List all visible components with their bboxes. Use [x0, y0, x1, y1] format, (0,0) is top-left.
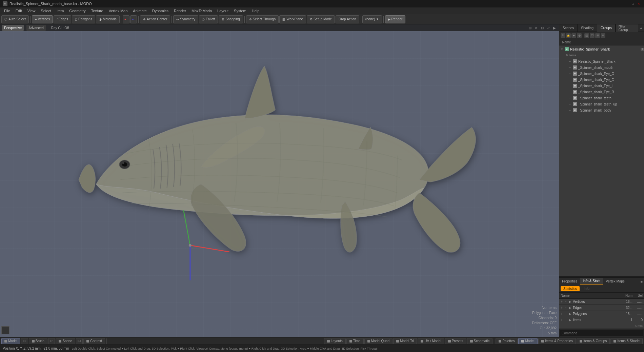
- lock-icon[interactable]: 🔒: [566, 33, 571, 38]
- menu-dynamics[interactable]: Dynamics: [149, 7, 171, 14]
- filter-icon[interactable]: ⊟: [595, 33, 600, 38]
- tab-vertex-maps[interactable]: Vertex Maps: [603, 278, 627, 285]
- more-options-icon[interactable]: ≡: [639, 279, 644, 283]
- vp-fit-icon[interactable]: ⊡: [540, 25, 545, 31]
- viewport[interactable]: Perspective Advanced Ray GL: Off ⊞ ↺ ⊡ ⤢…: [0, 24, 559, 337]
- tree-item-eye-c[interactable]: ─ M _Spinner_shark_Eye_C: [559, 77, 644, 83]
- stat-expand-vertices[interactable]: ▶: [569, 300, 573, 304]
- items-properties-button[interactable]: Items & Properties: [538, 338, 576, 344]
- render-vis-icon[interactable]: ▶: [571, 33, 576, 38]
- uv-model-button[interactable]: UV / Model: [418, 338, 444, 344]
- stat-sub-items[interactable]: −: [565, 318, 569, 322]
- select-icon[interactable]: ☐: [590, 33, 595, 38]
- menu-view[interactable]: View: [25, 7, 38, 14]
- scene-button[interactable]: Scene: [56, 338, 75, 344]
- presets-button[interactable]: Presets: [445, 338, 466, 344]
- stat-sub-edges[interactable]: −: [565, 306, 569, 310]
- menu-item[interactable]: Item: [54, 7, 66, 14]
- tree-item-eye-l[interactable]: ─ M _Spinner_shark_Eye_L: [559, 83, 644, 89]
- stat-add-items[interactable]: +: [561, 318, 565, 322]
- snapping-button[interactable]: ⊞ Snapping: [219, 15, 243, 23]
- mode-model-button[interactable]: Model: [1, 338, 20, 344]
- settings-icon[interactable]: ≡: [601, 33, 605, 38]
- f4-button[interactable]: F4: [76, 338, 83, 344]
- action-center-button[interactable]: ⊕ Action Center: [140, 15, 170, 23]
- drop-action-button[interactable]: Drop Action: [336, 15, 359, 23]
- palettes-button[interactable]: Palettes: [496, 338, 518, 344]
- stat-expand-polygons[interactable]: ▶: [569, 312, 573, 316]
- vertices-button[interactable]: ● Vertices: [32, 15, 53, 23]
- layouts-button[interactable]: Layouts: [324, 338, 346, 344]
- tree-item-mouth[interactable]: ─ M _Spinner_shark_mouth: [559, 64, 644, 71]
- menu-file[interactable]: File: [1, 7, 13, 14]
- falloff-button[interactable]: ◌ Falloff: [199, 15, 218, 23]
- stat-sub-polygons[interactable]: −: [565, 312, 569, 316]
- brush-button[interactable]: Brush: [29, 338, 47, 344]
- vp-more-icon[interactable]: ▶: [552, 25, 557, 31]
- stat-expand-items[interactable]: ▶: [569, 318, 573, 322]
- tab-properties[interactable]: Properties: [559, 278, 580, 285]
- window-controls[interactable]: ─ □ ✕: [624, 1, 641, 6]
- menu-help[interactable]: Help: [249, 7, 262, 14]
- time-button[interactable]: Time: [346, 338, 364, 344]
- auto-select-button[interactable]: ⬡ Auto Select: [1, 15, 29, 23]
- tree-item-teeth[interactable]: ─ M _Spinner_shark_teeth: [559, 95, 644, 101]
- model-quad-button[interactable]: Model Quad: [364, 338, 393, 344]
- tree-item-eye-r[interactable]: ─ M _Spinner_shark_Eye_R: [559, 89, 644, 95]
- tree-item-body[interactable]: ─ M _Spinner_shark_body: [559, 107, 644, 113]
- tree-item-teeth-up[interactable]: ─ M _Spinner_shark_teeth_up: [559, 101, 644, 107]
- tree-item-shark[interactable]: ─ M Realistic_Spinner_Shark: [559, 58, 644, 64]
- vp-expand-icon[interactable]: ⤢: [546, 25, 551, 31]
- view-icon[interactable]: ◱: [584, 33, 589, 38]
- polygons-button[interactable]: ◻ Polygons: [72, 15, 95, 23]
- tab-groups[interactable]: Groups: [597, 24, 616, 32]
- menu-edit[interactable]: Edit: [13, 7, 25, 14]
- menu-animate[interactable]: Animate: [130, 7, 149, 14]
- render-icon-2[interactable]: ◑: [577, 33, 582, 38]
- menu-texture[interactable]: Texture: [88, 7, 106, 14]
- maximize-button[interactable]: □: [630, 1, 635, 6]
- materials-button[interactable]: ◑ Materials: [96, 15, 120, 23]
- tab-shading[interactable]: Shading: [578, 24, 597, 32]
- rec-btn-2[interactable]: ●: [130, 15, 137, 23]
- new-group-button[interactable]: New Group: [616, 24, 638, 32]
- tree-root-item[interactable]: ▼ M Realistic_Spinner_Shark 2: [559, 46, 644, 52]
- edges-button[interactable]: / Edges: [54, 15, 71, 23]
- viewport-mini-preview[interactable]: [1, 326, 9, 334]
- menu-layout[interactable]: Layout: [215, 7, 231, 14]
- workplane-button[interactable]: ▦ WorkPlane: [279, 15, 306, 23]
- vp-refresh-icon[interactable]: ↺: [534, 25, 539, 31]
- menu-select[interactable]: Select: [38, 7, 54, 14]
- menu-render[interactable]: Render: [171, 7, 189, 14]
- schematic-button[interactable]: Schematic: [467, 338, 493, 344]
- tab-info-stats[interactable]: Info & Stats: [580, 278, 603, 285]
- menu-system[interactable]: System: [231, 7, 249, 14]
- stat-add-edges[interactable]: +: [561, 306, 565, 310]
- eye-icon[interactable]: 👁: [561, 33, 565, 38]
- tab-scenes[interactable]: Scenes: [559, 24, 578, 32]
- symmetry-button[interactable]: ⇔ Symmetry: [173, 15, 198, 23]
- stat-expand-edges[interactable]: ▶: [569, 306, 573, 310]
- tree-expand-icon[interactable]: ▼: [561, 48, 564, 51]
- f3-button[interactable]: F3: [48, 338, 55, 344]
- vp-home-icon[interactable]: ⊞: [527, 25, 533, 31]
- setup-mode-button[interactable]: ⚙ Setup Mode: [307, 15, 335, 23]
- select-through-button[interactable]: ⊘ Select Through: [246, 15, 279, 23]
- statistics-tab[interactable]: Statistics: [561, 286, 580, 291]
- model-button-2[interactable]: Model: [518, 338, 537, 344]
- none-dropdown[interactable]: (none) ▼: [362, 15, 382, 23]
- stat-sub-vertices[interactable]: −: [565, 300, 569, 304]
- menu-vertex-map[interactable]: Vertex Map: [106, 7, 130, 14]
- perspective-tab[interactable]: Perspective: [2, 25, 24, 31]
- add-tab-button[interactable]: +: [638, 24, 644, 32]
- info-tab[interactable]: Info: [581, 286, 592, 291]
- minimize-button[interactable]: ─: [624, 1, 629, 6]
- context-button[interactable]: Context: [83, 338, 105, 344]
- rec-btn-1[interactable]: ●: [123, 15, 129, 23]
- tree-item-eye-o[interactable]: ─ M _Spinner_shark_Eye_O: [559, 71, 644, 77]
- stat-add-vertices[interactable]: +: [561, 300, 565, 304]
- items-shade-button[interactable]: Items & Shade: [610, 338, 643, 344]
- command-input[interactable]: [560, 330, 643, 336]
- advanced-tab[interactable]: Advanced: [26, 25, 45, 31]
- stat-add-polygons[interactable]: +: [561, 312, 565, 316]
